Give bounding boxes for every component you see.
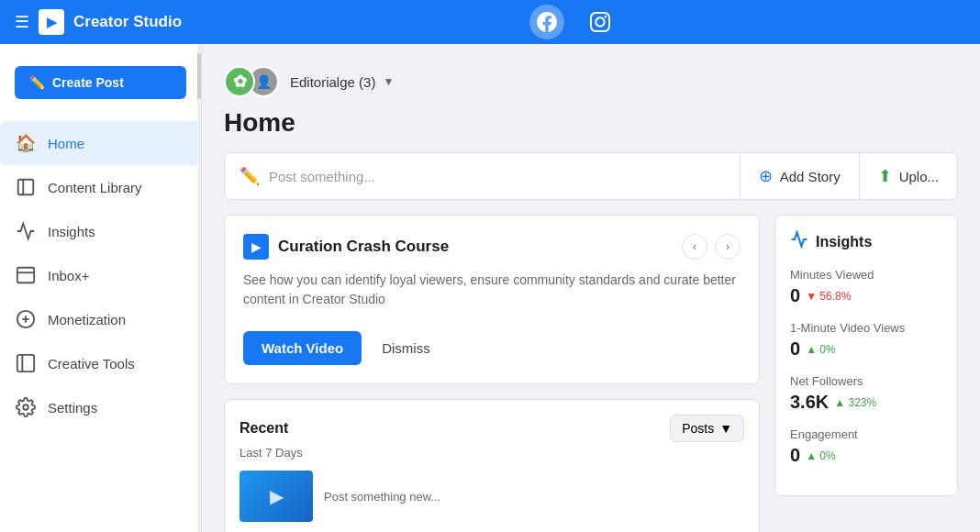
sidebar-label-inbox: Inbox+ [48,268,89,283]
posts-dropdown-label: Posts [682,421,714,436]
thumbnail-play-icon: ▶ [270,485,284,507]
create-post-label: Create Post [52,75,124,90]
svg-rect-6 [17,355,34,371]
course-next-button[interactable]: › [715,234,741,260]
metric-minutes-viewed-row: 0 ▼ 56.8% [790,285,942,306]
metric-minutes-viewed-change: ▼ 56.8% [806,290,851,303]
action-bar: ✏️ Post something... ⊕ Add Story ⬆ Uplo.… [224,152,958,200]
upload-button[interactable]: ⬆ Uplo... [860,153,957,199]
metric-1min-views-change: ▲ 0% [806,343,836,356]
sidebar-nav: 🏠 Home Content Library Insig [0,121,201,429]
metric-engagement-label: Engagement [790,427,942,441]
metric-net-followers-label: Net Followers [790,374,942,388]
post-placeholder-text: Post something... [269,169,375,184]
course-prev-button[interactable]: ‹ [682,234,707,260]
insights-header: Insights [790,230,942,253]
sidebar-item-inbox[interactable]: Inbox+ [0,253,201,297]
insights-trend-icon [790,230,808,253]
sidebar-label-settings: Settings [48,400,97,416]
sidebar-label-content-library: Content Library [48,180,142,195]
post-input-area[interactable]: ✏️ Post something... [225,153,741,199]
course-header: ▶ Curation Crash Course ‹ › [243,234,741,260]
metric-engagement: Engagement 0 ▲ 0% [790,427,942,466]
sidebar-item-insights[interactable]: Insights [0,209,201,253]
svg-rect-0 [18,180,34,195]
create-post-button[interactable]: ✏️ Create Post [15,66,186,99]
recent-header-left: Recent [239,420,288,437]
metric-1min-views-row: 0 ▲ 0% [790,338,942,360]
course-actions: Watch Video Dismiss [243,331,741,365]
page-dropdown-arrow: ▼ [383,75,394,88]
recent-header: Recent Posts ▼ [239,415,744,442]
content-library-icon [15,176,37,198]
page-header: ✿ 👤 Editorialge (3) ▼ [224,66,958,97]
course-title: Curation Crash Course [278,238,449,256]
page-name: Editorialge (3) [290,74,375,90]
posts-dropdown-arrow: ▼ [719,421,732,436]
metric-engagement-value: 0 [790,445,800,466]
settings-icon [15,396,37,418]
sidebar-label-creative-tools: Creative Tools [48,356,135,371]
content-main: ▶ Curation Crash Course ‹ › See how you … [224,215,760,532]
sidebar-label-monetization: Monetization [48,312,126,327]
hamburger-icon[interactable]: ☰ [15,12,29,32]
upload-icon: ⬆ [878,166,892,186]
main-content: ✿ 👤 Editorialge (3) ▼ Home ✏️ Post somet… [202,44,980,532]
edit-icon: ✏️ [29,75,45,90]
insights-title: Insights [816,234,872,250]
right-panel: Insights Minutes Viewed 0 ▼ 56.8% 1-Minu… [774,215,958,532]
sidebar-label-home: Home [48,136,84,151]
course-nav: ‹ › [682,234,741,260]
video-play-icon: ▶ [243,234,269,260]
course-title-wrap: ▶ Curation Crash Course [243,234,449,260]
metric-minutes-viewed-label: Minutes Viewed [790,268,942,282]
recent-subtitle: Last 7 Days [239,446,744,460]
content-grid: ▶ Curation Crash Course ‹ › See how you … [224,215,958,532]
sidebar: ✏️ Create Post 🏠 Home Content Library [0,44,202,532]
recent-post-item: ▶ Post something new... [239,471,744,522]
metric-1min-views: 1-Minute Video Views 0 ▲ 0% [790,321,942,360]
metric-1min-views-value: 0 [790,338,800,360]
metric-net-followers-value: 3.6K [790,392,829,413]
facebook-icon[interactable] [529,5,564,39]
add-story-label: Add Story [780,169,841,184]
insights-icon [15,220,37,242]
home-icon: 🏠 [15,132,37,154]
top-header: ☰ ▶ Creator Studio [0,0,980,44]
metric-net-followers-row: 3.6K ▲ 323% [790,392,942,413]
metric-minutes-viewed-value: 0 [790,285,800,306]
monetization-icon [15,308,37,330]
course-description: See how you can identify loyal viewers, … [243,271,741,309]
sidebar-item-creative-tools[interactable]: Creative Tools [0,341,201,385]
sidebar-item-settings[interactable]: Settings [0,385,201,429]
recent-thumbnail: ▶ [239,471,313,522]
post-edit-icon: ✏️ [239,166,260,186]
sidebar-item-monetization[interactable]: Monetization [0,297,201,341]
sidebar-item-content-library[interactable]: Content Library [0,165,201,209]
recent-post-info: Post something new... [324,490,440,504]
inbox-icon [15,264,37,286]
page-selector[interactable]: Editorialge (3) ▼ [290,74,394,90]
page-title: Home [224,108,958,138]
metric-net-followers: Net Followers 3.6K ▲ 323% [790,374,942,413]
recent-post-title: Post something new... [324,490,440,504]
metric-net-followers-change: ▲ 323% [834,396,876,409]
dismiss-button[interactable]: Dismiss [373,331,440,365]
avatar-primary: ✿ [224,66,255,97]
watch-video-button[interactable]: Watch Video [243,331,362,365]
sidebar-item-home[interactable]: 🏠 Home [0,121,201,165]
recent-card: Recent Posts ▼ Last 7 Days ▶ Post [224,399,760,532]
metric-1min-views-label: 1-Minute Video Views [790,321,942,335]
course-card: ▶ Curation Crash Course ‹ › See how you … [224,215,760,384]
metric-engagement-change: ▲ 0% [806,449,836,462]
avatar-group: ✿ 👤 [224,66,279,97]
metric-engagement-row: 0 ▲ 0% [790,445,942,466]
posts-dropdown[interactable]: Posts ▼ [670,415,744,442]
svg-point-8 [23,405,28,410]
header-left: ☰ ▶ Creator Studio [15,9,182,35]
instagram-icon[interactable] [583,5,618,39]
add-story-icon: ⊕ [759,166,773,186]
sidebar-label-insights: Insights [48,224,95,239]
add-story-button[interactable]: ⊕ Add Story [741,153,860,199]
recent-title: Recent [239,420,288,437]
